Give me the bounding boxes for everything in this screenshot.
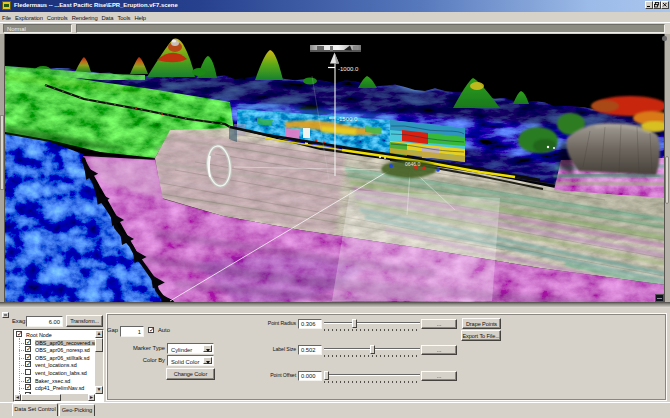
- point-radius-input[interactable]: 0.306: [298, 319, 322, 329]
- exag-input[interactable]: 6.00: [26, 316, 63, 327]
- title-bar: Fledermaus -- ...East Pacific Rise\EPR_E…: [0, 0, 670, 12]
- app-icon: [2, 1, 11, 10]
- gap-input[interactable]: 1: [120, 326, 144, 337]
- minimize-icon: [646, 2, 652, 8]
- change-color-button[interactable]: Change Color: [166, 368, 215, 380]
- tree-checkbox[interactable]: [25, 354, 31, 360]
- tree-checkbox[interactable]: [25, 361, 31, 367]
- scroll-thumb[interactable]: [95, 338, 103, 352]
- status-row: Normal: [0, 23, 670, 34]
- minimize-button[interactable]: [645, 1, 653, 9]
- close-icon: [662, 2, 668, 8]
- tree-vscrollbar[interactable]: ▲▼: [95, 330, 103, 394]
- data-set-control-panel: Exag: 6.00 Transform... Root NodeOBS_apr…: [0, 308, 670, 418]
- scene-viewport[interactable]: 0646.0 -1000.0 -1500.: [0, 34, 670, 302]
- tree-item-label[interactable]: OBS_apr06_stilltalk.sd: [35, 355, 90, 361]
- scroll-thumb[interactable]: [21, 394, 61, 401]
- label-size-ticks: [324, 355, 420, 357]
- tab-geo-picking[interactable]: Geo-Picking: [59, 404, 95, 416]
- tree-item-label[interactable]: vent_location_labs.sd: [35, 370, 87, 376]
- dropdown-arrow-icon[interactable]: [203, 357, 212, 364]
- point-radius-more-button[interactable]: ...: [421, 319, 457, 329]
- point-offset-ticks: [324, 381, 420, 383]
- exag-label: Exag:: [12, 318, 27, 324]
- depth-label-1000: -1000.0: [338, 66, 359, 72]
- tree-item-label[interactable]: OBS_apr06_recovered.sd: [35, 340, 97, 346]
- drape-points-button[interactable]: Drape Points: [462, 318, 501, 329]
- tree-checkbox[interactable]: [16, 331, 22, 337]
- scroll-right-button[interactable]: ►: [88, 394, 95, 401]
- scroll-up-button[interactable]: ▲: [95, 330, 103, 338]
- viewport-left-thumb: [0, 115, 4, 190]
- scroll-left-button[interactable]: ◄: [14, 394, 21, 401]
- tree-checkbox[interactable]: [25, 377, 31, 383]
- point-radius-slider[interactable]: [324, 322, 420, 324]
- menu-data[interactable]: Data: [100, 12, 116, 23]
- tree-checkbox[interactable]: [25, 384, 31, 390]
- tree-hscrollbar[interactable]: ◄►: [14, 394, 95, 401]
- point-radius-ticks: [324, 329, 420, 331]
- menu-rendering[interactable]: Rendering: [70, 12, 100, 23]
- tabs-baseline: [0, 402, 670, 403]
- viewport-corner-icon: [655, 294, 664, 302]
- panel-detach-button[interactable]: [2, 312, 9, 318]
- scene-3d[interactable]: 0646.0 -1000.0 -1500.: [5, 34, 664, 302]
- point-offset-slider[interactable]: [324, 374, 420, 376]
- tree-checkbox[interactable]: [25, 346, 31, 352]
- gap-label: Gap: [107, 327, 118, 333]
- point-offset-label: Point Offset: [250, 372, 296, 378]
- bathymetry-scene: 0646.0 -1000.0 -1500.: [5, 34, 664, 302]
- message-box: [76, 24, 665, 33]
- menu-file[interactable]: File: [0, 12, 13, 23]
- color-by-label: Color By: [120, 357, 165, 363]
- point-radius-slider-handle[interactable]: [352, 319, 357, 328]
- tree-item-label[interactable]: vent_locations.sd: [35, 362, 77, 368]
- tree-checkbox[interactable]: [25, 369, 31, 375]
- viewport-corner-dot: [662, 36, 667, 41]
- translucent-sheet: [332, 190, 500, 301]
- menu-tools[interactable]: Tools: [115, 12, 132, 23]
- menu-controls[interactable]: Controls: [45, 12, 70, 23]
- color-by-select[interactable]: Solid Color: [167, 355, 214, 366]
- marker-type-label: Marker Type: [120, 345, 165, 351]
- point-offset-slider-handle[interactable]: [324, 371, 329, 380]
- scroll-down-button[interactable]: ▼: [95, 386, 103, 394]
- mode-label: Normal: [7, 26, 26, 32]
- auto-checkbox[interactable]: [148, 327, 154, 333]
- point-offset-input[interactable]: 0.000: [298, 371, 322, 381]
- cluster-label: 0646.0: [405, 161, 421, 167]
- menu-bar: FileExplorationControlsRenderingDataTool…: [0, 12, 670, 23]
- export-to-file-button[interactable]: Export To File...: [461, 330, 501, 341]
- fledermaus-window: { "window": { "title": "Fledermaus -- ..…: [0, 0, 670, 418]
- mode-box: Normal: [3, 24, 72, 33]
- auto-label: Auto: [158, 327, 170, 333]
- label-size-more-button[interactable]: ...: [421, 345, 457, 355]
- label-size-input[interactable]: 0.502: [298, 345, 322, 355]
- tab-data-set-control[interactable]: Data Set Control: [12, 403, 58, 416]
- dataset-tree[interactable]: Root NodeOBS_apr06_recovered.sdOBS_apr06…: [13, 329, 104, 402]
- tree-item-label[interactable]: cdp41_PrelimNav.sd: [35, 385, 84, 391]
- tree-item-label[interactable]: Baker_xsec.sd: [35, 378, 70, 384]
- restore-button[interactable]: [653, 1, 661, 9]
- depth-label-1500: -1500.0: [337, 116, 358, 122]
- label-size-slider-handle[interactable]: [370, 345, 375, 354]
- close-button[interactable]: [661, 1, 669, 9]
- transform-button[interactable]: Transform...: [66, 315, 103, 327]
- tree-item-label[interactable]: OBS_apr06_noresp.sd: [35, 347, 90, 353]
- menu-exploration[interactable]: Exploration: [13, 12, 45, 23]
- point-offset-more-button[interactable]: ...: [421, 371, 457, 381]
- marker-type-select[interactable]: Cylinder: [167, 343, 214, 354]
- menu-help[interactable]: Help: [132, 12, 148, 23]
- dropdown-arrow-icon[interactable]: [203, 345, 212, 352]
- point-radius-label: Point Radius: [250, 320, 296, 326]
- viewport-right-thumb: [665, 156, 669, 204]
- restore-icon: [654, 2, 660, 8]
- tree-checkbox[interactable]: [25, 339, 31, 345]
- window-title: Fledermaus -- ...East Pacific Rise\EPR_E…: [14, 2, 178, 8]
- label-size-label: Label Size: [250, 346, 296, 352]
